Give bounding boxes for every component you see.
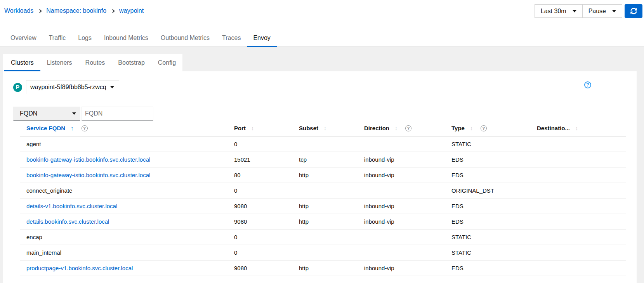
filter-field-value: FQDN	[20, 110, 37, 117]
cell-subset	[293, 229, 358, 245]
chevron-down-icon	[72, 112, 76, 115]
column-label: Type	[451, 125, 465, 131]
clusters-panel: P waypoint-5f89fbb8b5-rzwcq ? FQDN Servi…	[3, 71, 637, 283]
envoy-tab-listeners[interactable]: Listeners	[40, 54, 79, 71]
breadcrumb-item[interactable]: Workloads	[4, 7, 33, 14]
table-row: encap0STATIC	[20, 229, 626, 245]
table-row: productpage-v1.bookinfo.svc.cluster.loca…	[20, 260, 626, 276]
table-header-row: Service FQDN↑?Port↕Subset↕Direction↕?Typ…	[20, 121, 626, 136]
envoy-tab-routes[interactable]: Routes	[79, 54, 112, 71]
cell-type: STATIC	[445, 245, 531, 260]
clusters-table: Service FQDN↑?Port↕Subset↕Direction↕?Typ…	[20, 121, 626, 276]
cell-direction	[358, 245, 445, 260]
column-help-icon[interactable]: ?	[82, 125, 88, 131]
breadcrumb-item[interactable]: waypoint	[119, 7, 144, 14]
cell-service-fqdn: main_internal	[20, 245, 228, 260]
tab-overview[interactable]: Overview	[4, 29, 43, 47]
column-header-service-fqdn[interactable]: Service FQDN↑?	[20, 121, 228, 136]
refresh-button[interactable]	[625, 4, 642, 18]
column-help-icon[interactable]: ?	[405, 125, 411, 131]
cell-port: 80	[228, 167, 293, 183]
sort-icon[interactable]: ↕	[324, 125, 326, 131]
pod-dropdown[interactable]: waypoint-5f89fbb8b5-rzwcq	[26, 80, 119, 94]
cell-service-fqdn: encap	[20, 229, 228, 245]
envoy-tab-config[interactable]: Config	[151, 54, 182, 71]
table-row: details-v1.bookinfo.svc.cluster.local908…	[20, 198, 626, 214]
workload-tabs: OverviewTrafficLogsInbound MetricsOutbou…	[4, 29, 277, 47]
cell-port: 0	[228, 136, 293, 152]
sort-icon[interactable]: ↕	[470, 125, 473, 131]
cell-type: EDS	[445, 214, 531, 229]
column-header-inner: Destinatio...↕	[537, 125, 620, 131]
chevron-down-icon	[110, 86, 114, 88]
column-header-direction[interactable]: Direction↕?	[358, 121, 445, 136]
breadcrumb-item[interactable]: Namespace: bookinfo	[46, 7, 106, 14]
service-fqdn-link[interactable]: productpage-v1.bookinfo.svc.cluster.loca…	[26, 265, 133, 271]
cell-service-fqdn: agent	[20, 136, 228, 152]
sort-icon[interactable]: ↕	[251, 125, 254, 131]
column-header-inner: Direction↕?	[364, 125, 439, 131]
column-header-inner: Subset↕	[299, 125, 352, 131]
sort-icon[interactable]: ↕	[575, 125, 578, 131]
filter-input[interactable]	[82, 107, 153, 121]
cell-service-fqdn: bookinfo-gateway-istio.bookinfo.svc.clus…	[20, 167, 228, 183]
breadcrumb: WorkloadsNamespace: bookinfowaypoint	[4, 7, 144, 14]
service-fqdn-link[interactable]: details-v1.bookinfo.svc.cluster.local	[26, 203, 117, 209]
cell-service-fqdn: details-v1.bookinfo.svc.cluster.local	[20, 198, 228, 214]
filter-field-select[interactable]: FQDN	[13, 107, 80, 121]
tab-traffic[interactable]: Traffic	[43, 29, 72, 47]
cell-service-fqdn: productpage-v1.bookinfo.svc.cluster.loca…	[20, 260, 228, 276]
service-fqdn-link[interactable]: details.bookinfo.svc.cluster.local	[26, 218, 109, 225]
column-header-inner: Port↕	[234, 125, 286, 131]
table-row: connect_originate0ORIGINAL_DST	[20, 183, 626, 198]
service-fqdn-link[interactable]: bookinfo-gateway-istio.bookinfo.svc.clus…	[26, 156, 150, 163]
tab-logs[interactable]: Logs	[72, 29, 98, 47]
cell-service-fqdn: bookinfo-gateway-istio.bookinfo.svc.clus…	[20, 152, 228, 167]
tab-outbound-metrics[interactable]: Outbound Metrics	[154, 29, 216, 47]
envoy-tab-bootstrap[interactable]: Bootstrap	[111, 54, 151, 71]
column-label: Destinatio...	[537, 125, 570, 131]
cell-destination	[531, 245, 626, 260]
cell-direction	[358, 229, 445, 245]
pod-badge: P	[13, 83, 22, 92]
tab-inbound-metrics[interactable]: Inbound Metrics	[98, 29, 154, 47]
tab-traces[interactable]: Traces	[216, 29, 247, 47]
column-help-icon[interactable]: ?	[481, 125, 487, 131]
time-controls: Last 30m Pause	[535, 4, 642, 18]
cell-direction	[358, 136, 445, 152]
cell-destination	[531, 214, 626, 229]
cell-type: EDS	[445, 167, 531, 183]
column-label: Port	[234, 125, 246, 131]
column-label: Subset	[299, 125, 318, 131]
column-header-type[interactable]: Type↕?	[445, 121, 531, 136]
cell-port: 15021	[228, 152, 293, 167]
sort-asc-icon[interactable]: ↑	[71, 125, 74, 131]
help-icon[interactable]: ?	[584, 81, 591, 88]
cell-subset	[293, 245, 358, 260]
cell-destination	[531, 167, 626, 183]
column-header-subset[interactable]: Subset↕	[293, 121, 358, 136]
cell-port: 0	[228, 245, 293, 260]
column-header-destinatio-[interactable]: Destinatio...↕	[531, 121, 626, 136]
column-header-port[interactable]: Port↕	[228, 121, 293, 136]
pod-dropdown-value: waypoint-5f89fbb8b5-rzwcq	[30, 84, 106, 91]
service-fqdn-link[interactable]: bookinfo-gateway-istio.bookinfo.svc.clus…	[26, 172, 150, 178]
refresh-interval-dropdown[interactable]: Pause	[582, 5, 622, 17]
cell-port: 9080	[228, 260, 293, 276]
cell-direction	[358, 183, 445, 198]
chevron-right-icon	[111, 9, 115, 13]
tab-envoy[interactable]: Envoy	[247, 29, 276, 47]
cell-subset: tcp	[293, 152, 358, 167]
column-label: Direction	[364, 125, 389, 131]
chevron-down-icon	[573, 10, 576, 12]
cell-port: 0	[228, 183, 293, 198]
envoy-tabs: ClustersListenersRoutesBootstrapConfig	[3, 54, 182, 71]
duration-dropdown[interactable]: Last 30m	[535, 5, 582, 17]
cell-type: STATIC	[445, 229, 531, 245]
cell-direction: inbound-vip	[358, 152, 445, 167]
sort-icon[interactable]: ↕	[395, 125, 398, 131]
cell-subset: http	[293, 198, 358, 214]
cell-subset: http	[293, 260, 358, 276]
cell-subset	[293, 183, 358, 198]
envoy-tab-clusters[interactable]: Clusters	[4, 54, 40, 71]
